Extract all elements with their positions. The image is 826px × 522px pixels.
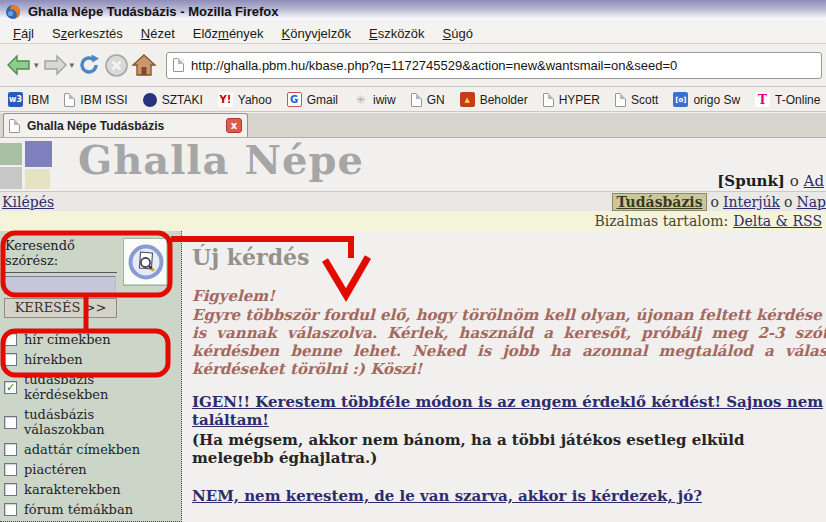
tab-close-button[interactable]: x [226, 118, 242, 133]
checkbox[interactable] [4, 463, 17, 476]
bookmark-label: Gmail [307, 93, 338, 107]
bookmark-label: Scott [631, 93, 658, 107]
nav-interjuk-link[interactable]: Interjúk [723, 194, 780, 210]
menu-eszk-z-k[interactable]: Eszközök [360, 24, 434, 43]
checkbox-row-f-rum-t-m-kban[interactable]: fórum témákban [4, 502, 177, 517]
checkbox[interactable] [4, 483, 17, 496]
page-icon [64, 93, 75, 107]
user-name: [Spunk] [717, 172, 785, 190]
bookmark-gn[interactable]: GN [411, 93, 445, 107]
checkbox[interactable] [4, 416, 17, 429]
bookmark-origo-sw[interactable]: [o]origo Sw [673, 92, 740, 107]
search-input[interactable] [4, 276, 116, 294]
navigation-toolbar: ▾ ▾ [0, 44, 826, 87]
find-in-page-button[interactable] [123, 238, 168, 286]
bookmark-hyper[interactable]: HYPER [543, 93, 600, 107]
search-sidebar: Keresendő szórész: KERESÉS >> hír címekb… [0, 231, 182, 522]
logout-link[interactable]: Kilépés [0, 194, 54, 210]
firefox-icon [5, 4, 21, 20]
menu-f-jl[interactable]: Fájl [4, 24, 43, 43]
checkbox-label: hírekben [24, 352, 83, 367]
checkbox[interactable] [4, 503, 17, 516]
reload-button[interactable] [76, 52, 102, 78]
nav-nap-link[interactable]: Nap [796, 194, 826, 210]
bookmark-yahoo[interactable]: Y!Yahoo [218, 92, 272, 107]
checkbox-row-h-rekben[interactable]: hírekben [4, 352, 177, 367]
checkbox[interactable] [4, 443, 17, 456]
back-button[interactable]: ▾ [5, 53, 39, 77]
checkbox-label: fórum témákban [24, 502, 133, 517]
checkbox-label: piactéren [24, 462, 87, 477]
checkbox-row-adatt-r-c-mekben[interactable]: adattár címekben [4, 442, 177, 457]
checkbox-checked[interactable]: ✓ [4, 381, 17, 394]
page-icon [615, 93, 626, 107]
page-favicon [173, 58, 184, 72]
checkbox-row-piact-ren[interactable]: piactéren [4, 462, 177, 477]
reload-icon [76, 52, 102, 78]
checkbox-row-karakterekben[interactable]: karakterekben [4, 482, 177, 497]
answer-no-link[interactable]: NEM, nem kerestem, de le van szarva, akk… [192, 487, 702, 505]
nav-tudasbazis-current[interactable]: Tudásbázis [612, 193, 706, 211]
bookmark-beholder[interactable]: ▲Beholder [460, 92, 528, 107]
menu-k-nyvjelz-k[interactable]: Könyvjelzők [273, 24, 360, 43]
checkbox-label: tudásbázis kérdésekben [24, 372, 177, 402]
bookmark-gmail[interactable]: GGmail [287, 92, 338, 107]
page-icon [411, 93, 422, 107]
search-scope-list: hír címekbenhírekben✓tudásbázis kérdések… [4, 332, 177, 522]
menu-s-g[interactable]: Súgó [434, 24, 482, 43]
checkbox[interactable] [4, 353, 17, 366]
bookmark-label: IBM ISSI [80, 93, 127, 107]
back-icon [5, 53, 33, 77]
warning-line: is vannak válaszolva. Kérlek, használd a… [192, 324, 826, 342]
forward-button[interactable]: ▾ [41, 53, 75, 77]
home-button[interactable] [131, 53, 157, 78]
tab-favicon [9, 119, 20, 133]
bookmark-sztaki[interactable]: SZTAKI [143, 93, 203, 107]
checkbox[interactable] [4, 333, 17, 346]
bookmark-iwiw[interactable]: ✳iwiw [353, 92, 396, 107]
delta-rss-link[interactable]: Delta & RSS [733, 213, 822, 229]
info-band: Bizalmas tartalom: Delta & RSS [0, 211, 826, 231]
checkbox-row-tud-sb-zis-k-rd-sekben[interactable]: ✓tudásbázis kérdésekben [4, 372, 177, 402]
warning-paragraph: Egyre többször fordul elő, hogy törölnöm… [192, 306, 826, 378]
forward-dropdown-icon[interactable]: ▾ [70, 60, 75, 70]
note-text: (Ha mégsem, akkor nem bánom, ha a többi … [192, 431, 826, 467]
menu-szerkeszt-s[interactable]: Szerkesztés [43, 24, 132, 43]
bookmark-label: Yahoo [238, 93, 272, 107]
page-title: Új kérdés [192, 244, 826, 270]
bookmark-label: origo Sw [693, 93, 740, 107]
bookmark-ibm-issi[interactable]: IBM ISSI [64, 93, 127, 107]
beholder-icon: ▲ [460, 92, 475, 107]
bookmark-label: iwiw [373, 93, 396, 107]
answer-yes-link[interactable]: IGEN!! Kerestem többféle módon is az eng… [192, 393, 826, 429]
home-icon [131, 53, 157, 78]
main-content: Új kérdés Figyelem! Egyre többször fordu… [182, 231, 826, 522]
search-button[interactable]: KERESÉS >> [4, 298, 117, 318]
warning-line: kérdéseket törölni :) Köszi! [192, 360, 826, 378]
stop-button[interactable] [104, 53, 129, 78]
ibm-icon: w3 [8, 92, 23, 107]
checkbox-label: adattár címekben [24, 442, 140, 457]
sztaki-icon [143, 93, 157, 107]
back-dropdown-icon[interactable]: ▾ [34, 60, 39, 70]
menu-n-zet[interactable]: Nézet [132, 24, 184, 43]
tonline-icon: T [755, 92, 770, 107]
checkbox-row-tud-sb-zis-v-laszokban[interactable]: tudásbázis válaszokban [4, 407, 177, 437]
bookmark-ibm[interactable]: w3IBM [8, 92, 49, 107]
iwiw-icon: ✳ [353, 92, 368, 107]
tab-bar: Ghalla Népe Tudásbázis x [0, 113, 826, 138]
checkbox-row-h-r-c-mekben[interactable]: hír címekben [4, 332, 177, 347]
user-profile-link[interactable]: Ad [804, 172, 824, 190]
yahoo-icon: Y! [218, 92, 233, 107]
bookmark-scott[interactable]: Scott [615, 93, 658, 107]
page-icon [543, 93, 554, 107]
tab-ghalla-nepe-tudasbazis[interactable]: Ghalla Népe Tudásbázis x [3, 113, 248, 137]
bookmark-t-online[interactable]: TT-Online [755, 92, 820, 107]
title-bar: Ghalla Népe Tudásbázis - Mozilla Firefox [0, 0, 826, 23]
url-input[interactable] [191, 58, 815, 73]
web-page: Ghalla Népe [Spunk] o Ad Kilépés Tudásbá… [0, 138, 826, 522]
url-bar[interactable] [166, 52, 822, 79]
menu-el-zm-nyek[interactable]: Előzmények [184, 24, 273, 43]
find-in-page-icon [128, 244, 164, 280]
section-nav: Tudásbázis o Interjúk o Nap [612, 193, 826, 211]
